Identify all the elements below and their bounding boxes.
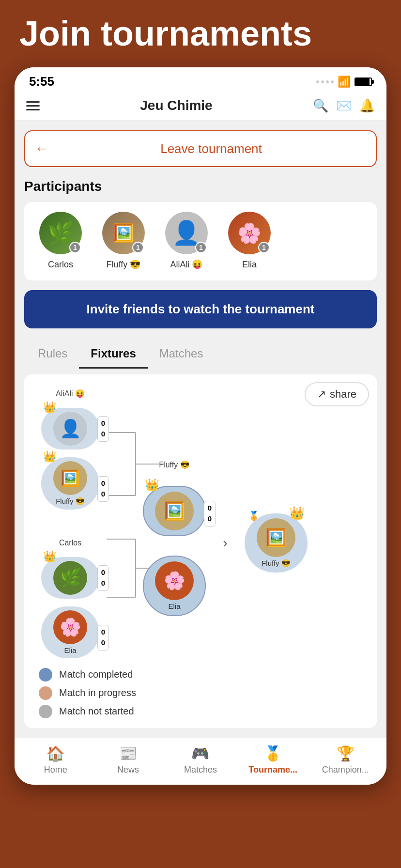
aliali-avatar: 👤 [53, 412, 87, 446]
tabs-row: Rules Fixtures Matches [24, 340, 377, 369]
search-icon[interactable]: 🔍 [313, 98, 328, 113]
avatar-wrap-fluffy: 🖼️ 1 [102, 212, 145, 254]
bracket-layout: AliAli 😝 👤 00 👑 [34, 389, 367, 658]
bracket-col-semi: Fluffy 😎 🖼️ 00 👑 [136, 460, 213, 616]
bracket-col-winner: 🏅 🖼️ Fluffy 😎 👑 [237, 513, 315, 573]
tab-fixtures[interactable]: Fixtures [79, 340, 147, 369]
legend-dot-blue [39, 668, 52, 682]
content-area: ← Leave tournament Participants 🌿 1 Carl… [15, 121, 386, 737]
bottom-nav-home[interactable]: 🏠 Home [19, 745, 92, 775]
semi-oval: 🖼️ 00 [143, 486, 206, 536]
score-aliali: 00 [97, 416, 109, 442]
app-navbar: Jeu Chimie 🔍 ✉️ 🔔 [15, 93, 386, 121]
crown-icon-carlos: 👑 [43, 550, 56, 563]
battery-icon [355, 78, 372, 86]
legend-dot-peach [39, 686, 52, 700]
hamburger-line-1 [26, 101, 40, 103]
aliali-label: AliAli 😝 [34, 389, 107, 398]
bracket-arrow: › [218, 535, 232, 551]
tab-rules[interactable]: Rules [26, 340, 79, 369]
participant-carlos: 🌿 1 Carlos [34, 212, 87, 270]
semi-elia-name: Elia [168, 602, 180, 610]
hamburger-button[interactable] [26, 101, 40, 110]
crown-icon-aliali: 👑 [43, 401, 56, 414]
news-icon: 📰 [119, 745, 137, 762]
signal-dots [316, 80, 334, 83]
home-icon: 🏠 [46, 745, 64, 762]
status-icons: 📶 [316, 76, 372, 88]
score-fluffy-r1: 00 [97, 476, 109, 502]
fixtures-card: ↗ share [24, 374, 377, 728]
person-silhouette-icon: 👤 [172, 219, 201, 247]
winner-avatar: 🖼️ [257, 518, 295, 557]
avatar-wrap-elia: 🌸 1 [228, 212, 271, 254]
match2-bottom-stack: Carlos 🌿 00 👑 [34, 539, 107, 658]
leave-tournament-button[interactable]: ← Leave tournament [24, 130, 377, 167]
legend-label-not-started: Match not started [59, 706, 134, 717]
news-label: News [117, 765, 139, 775]
bracket-col-1: AliAli 😝 👤 00 👑 [34, 389, 107, 658]
score-semi-top: 00 [204, 501, 216, 527]
aliali-oval-wrap: 👤 00 👑 [41, 408, 99, 450]
crown-icon-semi-fluffy: 👑 [145, 478, 159, 492]
aliali-oval: 👤 [41, 408, 99, 450]
crown-icon-winner: 👑 [289, 506, 305, 521]
legend-in-progress: Match in progress [39, 686, 367, 700]
score-carlos: 00 [97, 565, 109, 591]
bracket-legend: Match completed Match in progress Match … [34, 668, 367, 718]
avatar-wrap-aliali: 👤 1 [165, 212, 208, 254]
participant-fluffy: 🖼️ 1 Fluffy 😎 [97, 212, 150, 270]
participant-name-elia: Elia [242, 259, 257, 270]
semi-fluffy-label: Fluffy 😎 [159, 460, 189, 469]
hamburger-line-2 [26, 105, 40, 107]
status-time: 5:55 [29, 74, 54, 89]
right-arrow-icon: › [223, 535, 227, 551]
participant-name-fluffy: Fluffy 😎 [107, 259, 141, 270]
back-arrow-icon: ← [35, 141, 48, 156]
dot1 [316, 80, 319, 83]
crown-icon-fluffy-r1: 👑 [43, 450, 56, 463]
bottom-nav-champion[interactable]: 🏆 Champion... [309, 745, 382, 775]
tournament-icon: 🥇 [264, 745, 282, 762]
invite-friends-button[interactable]: Invite friends to watch the tournament [24, 290, 377, 328]
dot4 [331, 80, 334, 83]
champion-label: Champion... [322, 765, 369, 775]
fluffy-oval-wrap: 🖼️ Fluffy 😎 00 👑 [41, 457, 99, 510]
champion-icon: 🏆 [337, 745, 355, 762]
semi-elia-avatar: 🌸 [155, 561, 194, 600]
hamburger-line-3 [26, 109, 40, 110]
legend-completed: Match completed [39, 668, 367, 682]
wifi-icon: 📶 [338, 76, 351, 88]
elia-label-r1: Elia [64, 646, 76, 654]
tournament-label: Tourname... [248, 765, 297, 775]
match1-top-stack: AliAli 😝 👤 00 👑 [34, 389, 107, 510]
legend-label-completed: Match completed [59, 669, 133, 680]
badge-elia: 1 [258, 242, 270, 253]
semi-elia-oval: 🌸 Elia [143, 556, 206, 616]
badge-carlos: 1 [69, 242, 81, 253]
message-icon[interactable]: ✉️ [336, 98, 352, 113]
avatar-wrap-carlos: 🌿 1 [39, 212, 82, 254]
home-label: Home [44, 765, 67, 775]
legend-not-started: Match not started [39, 705, 367, 718]
tab-matches[interactable]: Matches [148, 340, 215, 369]
status-bar: 5:55 📶 [15, 67, 386, 93]
legend-label-progress: Match in progress [59, 687, 136, 698]
elia-oval-r1: 🌸 Elia [41, 606, 99, 658]
app-title: Jeu Chimie [40, 98, 313, 113]
badge-fluffy: 1 [132, 242, 144, 253]
elia-oval-wrap-r1: 🌸 Elia 00 [41, 606, 99, 658]
promo-title: Join tournaments [19, 15, 382, 53]
participants-title: Participants [24, 179, 377, 194]
participant-name-carlos: Carlos [48, 259, 73, 270]
bottom-nav-matches[interactable]: 🎮 Matches [164, 745, 237, 775]
carlos-label: Carlos [34, 539, 107, 547]
fluffy-oval-r1: 🖼️ Fluffy 😎 [41, 457, 99, 510]
bottom-nav: 🏠 Home 📰 News 🎮 Matches 🥇 Tourname... 🏆 … [15, 738, 386, 785]
bell-icon[interactable]: 🔔 [359, 98, 375, 113]
dot2 [321, 80, 324, 83]
carlos-oval-wrap: 🌿 00 👑 [41, 557, 99, 599]
bottom-nav-news[interactable]: 📰 News [92, 745, 165, 775]
legend-dot-gray [39, 705, 52, 718]
bottom-nav-tournament[interactable]: 🥇 Tourname... [237, 745, 309, 775]
